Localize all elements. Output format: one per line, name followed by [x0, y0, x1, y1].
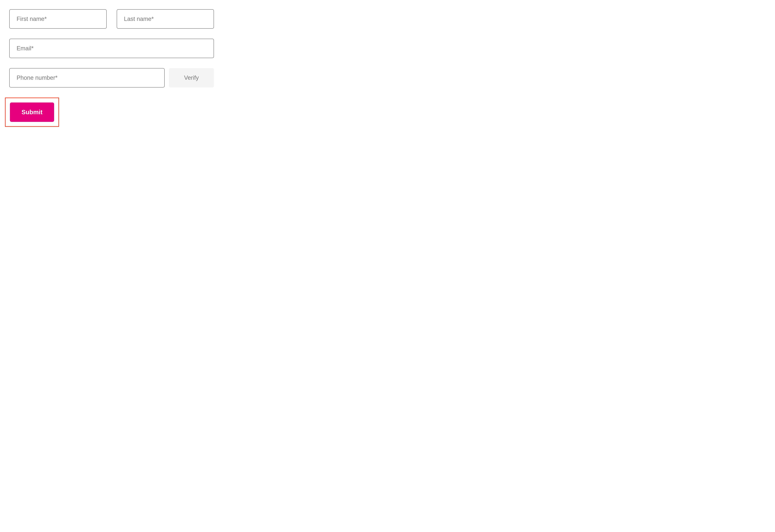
form-container: Verify Submit: [9, 9, 214, 127]
phone-row: Verify: [9, 68, 214, 87]
first-name-input[interactable]: [9, 9, 107, 29]
verify-button[interactable]: Verify: [169, 68, 214, 87]
email-row: [9, 39, 214, 58]
phone-number-input[interactable]: [9, 68, 164, 87]
last-name-input[interactable]: [117, 9, 214, 29]
submit-button[interactable]: Submit: [10, 102, 54, 122]
submit-highlight-box: Submit: [5, 98, 59, 127]
name-row: [9, 9, 214, 29]
email-input[interactable]: [9, 39, 214, 58]
